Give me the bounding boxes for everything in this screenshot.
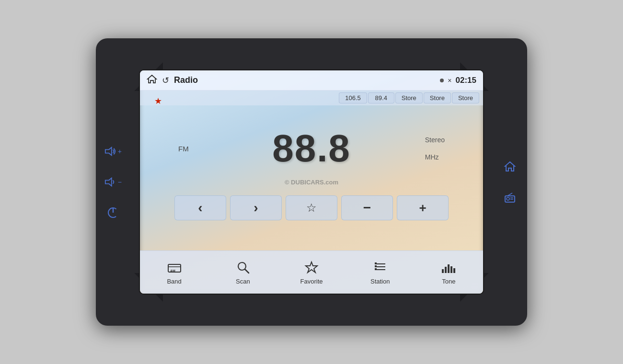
svg-rect-21 — [375, 262, 377, 264]
volume-up-button[interactable]: + — [104, 143, 122, 160]
svg-marker-2 — [105, 178, 112, 186]
clock-display: 02:15 — [456, 76, 476, 85]
back-icon[interactable]: ↺ — [162, 75, 169, 86]
infotainment-screen: © DUBICARS.com ↺ Radio × 02:15 106.5 89 — [139, 69, 484, 295]
bluetooth-icon — [440, 79, 444, 82]
favorite-label-nav: Favorite — [300, 278, 323, 285]
scan-label-nav: Scan — [236, 278, 250, 285]
preset-1[interactable]: 106.5 — [339, 92, 367, 103]
scan-icon — [236, 261, 250, 276]
preset-3[interactable]: Store — [395, 92, 423, 103]
station-label-nav: Station — [370, 278, 390, 285]
frequency-row: FM 88.8 Stereo MHz — [150, 126, 473, 171]
preset-bar: 106.5 89.4 Store Store Store — [140, 91, 483, 105]
main-display-area: ★ FM 88.8 Stereo MHz — [140, 105, 483, 192]
favorite-star-indicator: ★ — [154, 96, 162, 106]
screen-title: Radio — [174, 75, 198, 85]
nav-item-favorite[interactable]: Favorite — [277, 261, 346, 285]
power-button[interactable] — [104, 204, 122, 221]
stereo-label: Stereo — [425, 136, 445, 144]
nav-item-station[interactable]: Station — [346, 261, 415, 285]
svg-rect-25 — [445, 267, 447, 273]
svg-rect-28 — [453, 268, 455, 273]
prev-button[interactable]: ‹ — [174, 195, 226, 220]
header-left: ↺ Radio — [147, 74, 198, 86]
svg-marker-0 — [105, 148, 112, 156]
svg-marker-5 — [505, 162, 515, 171]
header-right: × 02:15 — [440, 76, 476, 85]
svg-rect-24 — [442, 269, 444, 273]
nav-item-tone[interactable]: Tone — [415, 261, 483, 285]
svg-rect-23 — [375, 268, 377, 270]
plus-button[interactable]: + — [397, 195, 449, 220]
tone-label-nav: Tone — [442, 278, 455, 285]
mhz-label: MHz — [425, 153, 439, 161]
nav-item-band[interactable]: AM Band — [140, 261, 208, 285]
favorite-button[interactable]: ☆ — [286, 195, 337, 220]
station-icon — [373, 261, 387, 276]
preset-4[interactable]: Store — [424, 92, 451, 103]
band-label-nav: Band — [167, 278, 181, 285]
radio-button-hw[interactable] — [501, 189, 519, 206]
nav-item-scan[interactable]: Scan — [208, 261, 277, 285]
band-label: FM — [178, 145, 189, 153]
car-infotainment-panel: + − — [96, 38, 527, 326]
svg-marker-17 — [306, 262, 317, 273]
header-bar: ↺ Radio × 02:15 — [140, 70, 483, 91]
next-button[interactable]: › — [230, 195, 282, 220]
home-button-hw[interactable] — [501, 158, 519, 175]
preset-5[interactable]: Store — [452, 92, 479, 103]
close-button[interactable]: × — [448, 77, 451, 84]
tone-icon — [441, 261, 456, 276]
svg-rect-26 — [448, 264, 450, 273]
svg-line-16 — [245, 269, 249, 273]
band-icon: AM — [167, 261, 182, 276]
minus-button[interactable]: − — [341, 195, 393, 220]
favorite-icon — [304, 261, 319, 276]
right-hardware-buttons — [501, 158, 519, 206]
bottom-nav-bar: AM Band Scan — [140, 250, 483, 294]
svg-point-7 — [507, 197, 509, 200]
frequency-display: 88.8 — [272, 126, 351, 171]
svg-marker-11 — [148, 75, 156, 83]
home-icon[interactable] — [147, 74, 157, 86]
svg-text:AM: AM — [170, 269, 175, 273]
volume-down-button[interactable]: − — [104, 173, 122, 191]
preset-2[interactable]: 89.4 — [368, 92, 394, 103]
svg-rect-22 — [375, 265, 377, 267]
control-buttons-row: ‹ › ☆ − + — [140, 192, 483, 224]
left-hardware-buttons: + − — [104, 143, 122, 221]
svg-rect-27 — [450, 266, 452, 273]
